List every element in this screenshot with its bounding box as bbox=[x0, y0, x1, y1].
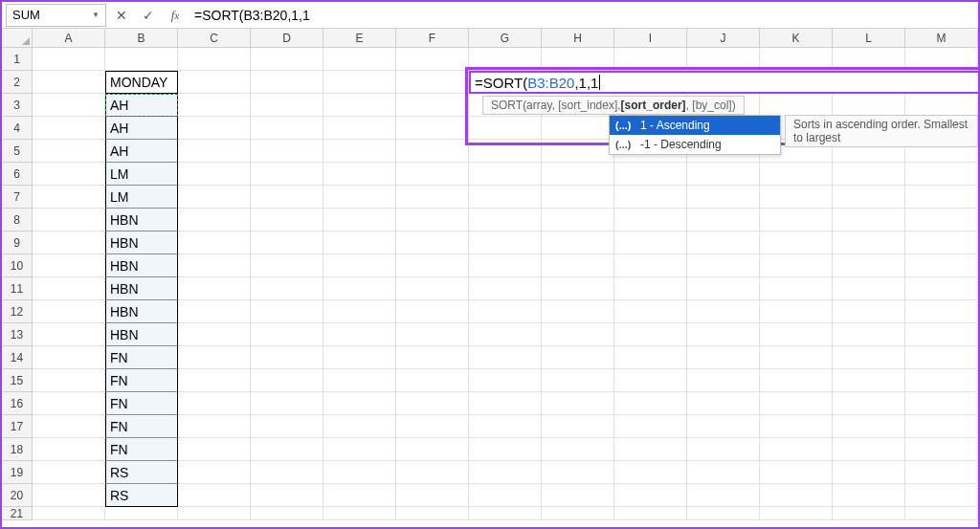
row-header[interactable]: 1 bbox=[2, 48, 33, 71]
cell[interactable] bbox=[687, 231, 760, 254]
cell[interactable] bbox=[323, 415, 396, 438]
cell[interactable] bbox=[614, 231, 687, 254]
cell[interactable] bbox=[469, 438, 542, 461]
cell[interactable] bbox=[33, 392, 105, 415]
cell[interactable] bbox=[833, 48, 905, 71]
cell[interactable] bbox=[833, 438, 905, 461]
cell[interactable] bbox=[542, 277, 614, 300]
cell[interactable] bbox=[251, 254, 323, 277]
cell[interactable]: RS bbox=[105, 461, 178, 484]
cell[interactable] bbox=[178, 48, 251, 71]
cell[interactable] bbox=[905, 369, 978, 392]
cell[interactable] bbox=[396, 231, 469, 254]
cell[interactable] bbox=[542, 415, 614, 438]
cell[interactable] bbox=[542, 48, 614, 71]
cell[interactable] bbox=[760, 94, 833, 117]
cell[interactable] bbox=[33, 277, 105, 300]
cell[interactable] bbox=[251, 484, 323, 507]
cell[interactable] bbox=[614, 346, 687, 369]
cell[interactable] bbox=[542, 323, 614, 346]
cell[interactable] bbox=[33, 300, 105, 323]
cell[interactable] bbox=[323, 300, 396, 323]
cell[interactable] bbox=[396, 484, 469, 507]
cell[interactable] bbox=[905, 438, 978, 461]
cell[interactable] bbox=[905, 415, 978, 438]
function-tooltip[interactable]: SORT(array, [sort_index], [sort_order], … bbox=[482, 96, 745, 115]
col-header[interactable]: C bbox=[178, 29, 251, 48]
cell[interactable] bbox=[469, 392, 542, 415]
cell[interactable] bbox=[33, 163, 105, 186]
cell[interactable] bbox=[542, 369, 614, 392]
row-header[interactable]: 12 bbox=[2, 300, 33, 323]
row-header[interactable]: 2 bbox=[2, 71, 33, 94]
cell[interactable] bbox=[105, 507, 178, 520]
cell[interactable] bbox=[251, 117, 323, 140]
cell[interactable] bbox=[33, 346, 105, 369]
cell[interactable] bbox=[760, 415, 833, 438]
cell[interactable] bbox=[33, 186, 105, 209]
cell[interactable] bbox=[614, 300, 687, 323]
cell[interactable] bbox=[833, 163, 905, 186]
cell[interactable] bbox=[614, 277, 687, 300]
cell[interactable] bbox=[469, 323, 542, 346]
row-header[interactable]: 21 bbox=[2, 507, 33, 520]
cell[interactable] bbox=[760, 254, 833, 277]
cell[interactable] bbox=[33, 254, 105, 277]
cell[interactable] bbox=[905, 231, 978, 254]
cell[interactable] bbox=[687, 254, 760, 277]
cell[interactable] bbox=[469, 346, 542, 369]
cell[interactable] bbox=[687, 484, 760, 507]
cell[interactable]: LM bbox=[105, 186, 178, 209]
cell[interactable]: AH bbox=[105, 140, 178, 163]
cell[interactable] bbox=[833, 254, 905, 277]
cell[interactable] bbox=[905, 300, 978, 323]
cell[interactable] bbox=[687, 507, 760, 520]
cell[interactable] bbox=[396, 94, 469, 117]
active-cell-editor[interactable]: =SORT(B3:B20,1,1 bbox=[469, 71, 978, 94]
cell[interactable] bbox=[833, 300, 905, 323]
cell[interactable] bbox=[323, 277, 396, 300]
cell[interactable] bbox=[251, 48, 323, 71]
cell[interactable] bbox=[323, 438, 396, 461]
cell[interactable] bbox=[760, 209, 833, 231]
enter-icon[interactable]: ✓ bbox=[135, 3, 162, 28]
cell[interactable] bbox=[178, 461, 251, 484]
cell[interactable] bbox=[542, 392, 614, 415]
col-header[interactable]: A bbox=[33, 29, 105, 48]
cell[interactable] bbox=[178, 140, 251, 163]
cell[interactable]: HBN bbox=[105, 323, 178, 346]
col-header[interactable]: M bbox=[905, 29, 978, 48]
cell[interactable] bbox=[323, 94, 396, 117]
cell[interactable] bbox=[469, 117, 542, 140]
cell[interactable] bbox=[469, 507, 542, 520]
cell[interactable] bbox=[33, 507, 105, 520]
cell[interactable] bbox=[251, 438, 323, 461]
cell[interactable] bbox=[396, 186, 469, 209]
row-header[interactable]: 9 bbox=[2, 231, 33, 254]
cell[interactable] bbox=[905, 484, 978, 507]
cell[interactable] bbox=[323, 71, 396, 94]
cell[interactable] bbox=[396, 140, 469, 163]
col-header[interactable]: F bbox=[396, 29, 469, 48]
cell[interactable] bbox=[542, 484, 614, 507]
cell[interactable] bbox=[614, 369, 687, 392]
cell[interactable] bbox=[251, 140, 323, 163]
cell[interactable]: HBN bbox=[105, 300, 178, 323]
cell[interactable] bbox=[905, 186, 978, 209]
cell[interactable] bbox=[323, 163, 396, 186]
cell[interactable] bbox=[251, 71, 323, 94]
row-header[interactable]: 15 bbox=[2, 369, 33, 392]
chevron-down-icon[interactable]: ▼ bbox=[92, 11, 100, 19]
cell[interactable] bbox=[614, 186, 687, 209]
cell[interactable] bbox=[614, 48, 687, 71]
col-header[interactable]: L bbox=[833, 29, 905, 48]
cell[interactable] bbox=[178, 94, 251, 117]
col-header[interactable]: H bbox=[542, 29, 614, 48]
col-header[interactable]: G bbox=[469, 29, 542, 48]
cell[interactable] bbox=[178, 163, 251, 186]
cell[interactable] bbox=[687, 392, 760, 415]
cell[interactable] bbox=[251, 392, 323, 415]
row-header[interactable]: 13 bbox=[2, 323, 33, 346]
cell[interactable] bbox=[469, 277, 542, 300]
cell[interactable] bbox=[905, 392, 978, 415]
